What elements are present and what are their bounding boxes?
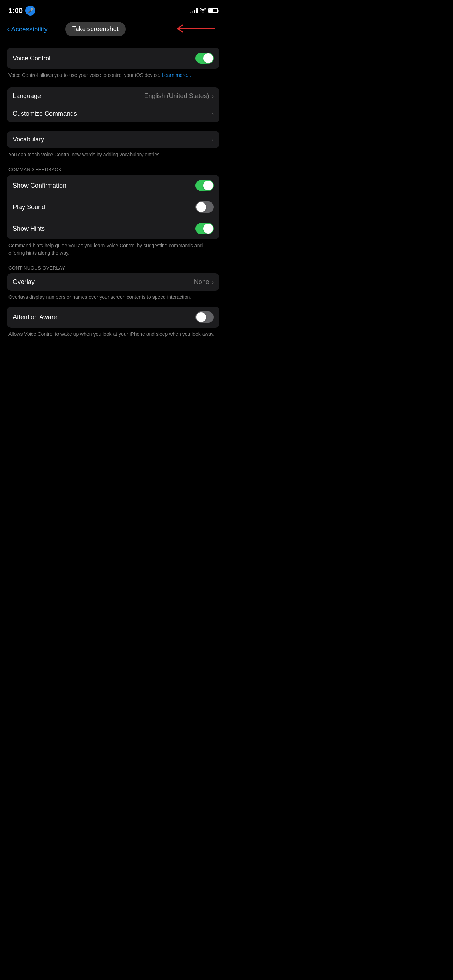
- play-sound-toggle[interactable]: [196, 201, 214, 213]
- show-hints-thumb: [203, 224, 213, 234]
- vocabulary-right: ›: [212, 137, 214, 143]
- vocabulary-label: Vocabulary: [13, 136, 44, 143]
- language-row[interactable]: Language English (United States) ›: [7, 88, 219, 105]
- show-confirmation-row[interactable]: Show Confirmation: [7, 175, 219, 196]
- vocabulary-section: Vocabulary › You can teach Voice Control…: [0, 131, 227, 158]
- language-right: English (United States) ›: [144, 92, 214, 100]
- voice-control-toggle[interactable]: [196, 52, 214, 64]
- battery-fill: [209, 9, 213, 12]
- voice-control-description: Voice Control allows you to use your voi…: [7, 69, 219, 79]
- status-right: [190, 8, 218, 14]
- language-label: Language: [13, 92, 41, 100]
- show-hints-toggle[interactable]: [196, 223, 214, 234]
- battery-icon: [208, 8, 218, 13]
- customize-right: ›: [212, 111, 214, 117]
- voice-control-row[interactable]: Voice Control: [7, 48, 219, 69]
- attention-aware-label: Attention Aware: [13, 313, 57, 321]
- overlay-desc-text: Overlays display numbers or names over y…: [8, 294, 191, 300]
- overlay-description: Overlays display numbers or names over y…: [7, 291, 219, 301]
- language-chevron: ›: [212, 93, 214, 99]
- overlay-chevron: ›: [212, 279, 214, 285]
- attention-aware-section: Attention Aware Allows Voice Control to …: [0, 307, 227, 348]
- command-feedback-card: Show Confirmation Play Sound Show Hints: [7, 175, 219, 239]
- signal-bar-2: [192, 11, 193, 13]
- arrow-annotation: [176, 22, 218, 37]
- show-confirmation-toggle[interactable]: [196, 180, 214, 191]
- overlay-label: Overlay: [13, 278, 35, 286]
- back-label: Accessibility: [11, 25, 47, 33]
- vocabulary-description: You can teach Voice Control new words by…: [7, 148, 219, 158]
- attention-aware-thumb: [196, 312, 206, 322]
- voice-control-desc-text: Voice Control allows you to use your voi…: [8, 72, 160, 78]
- continuous-overlay-label: CONTINUOUS OVERLAY: [7, 265, 219, 270]
- customize-chevron: ›: [212, 111, 214, 117]
- show-hints-row[interactable]: Show Hints: [7, 218, 219, 239]
- signal-bar-3: [194, 10, 196, 13]
- play-sound-label: Play Sound: [13, 204, 45, 211]
- continuous-overlay-section: CONTINUOUS OVERLAY Overlay None › Overla…: [0, 265, 227, 301]
- play-sound-thumb: [196, 202, 206, 212]
- nav-bar: ‹ Accessibility Take screenshot: [0, 19, 227, 39]
- attention-aware-description: Allows Voice Control to wake up when you…: [7, 328, 219, 348]
- voice-control-label: Voice Control: [13, 55, 51, 62]
- command-feedback-label: COMMAND FEEDBACK: [7, 167, 219, 172]
- vocabulary-chevron: ›: [212, 137, 214, 143]
- overlay-card: Overlay None ›: [7, 274, 219, 291]
- overlay-value: None: [194, 278, 209, 286]
- play-sound-row[interactable]: Play Sound: [7, 196, 219, 218]
- vocabulary-row[interactable]: Vocabulary ›: [7, 131, 219, 148]
- language-value: English (United States): [144, 92, 209, 100]
- show-hints-label: Show Hints: [13, 225, 45, 232]
- overlay-right: None ›: [194, 278, 214, 286]
- signal-bar-1: [190, 12, 191, 13]
- customize-commands-row[interactable]: Customize Commands ›: [7, 105, 219, 123]
- back-chevron-icon: ‹: [7, 24, 10, 33]
- voice-control-section: Voice Control Voice Control allows you t…: [0, 48, 227, 79]
- status-time: 1:00: [8, 7, 22, 15]
- command-feedback-description: Command hints help guide you as you lear…: [7, 239, 219, 257]
- back-button[interactable]: ‹ Accessibility: [7, 25, 48, 33]
- attention-aware-toggle[interactable]: [196, 312, 214, 323]
- language-card: Language English (United States) › Custo…: [7, 88, 219, 123]
- signal-bars: [190, 8, 197, 13]
- mic-icon: 🎤: [25, 6, 35, 16]
- command-feedback-desc-text: Command hints help guide you as you lear…: [8, 243, 202, 256]
- attention-aware-row[interactable]: Attention Aware: [7, 307, 219, 328]
- customize-commands-label: Customize Commands: [13, 110, 77, 118]
- attention-aware-desc-text: Allows Voice Control to wake up when you…: [8, 331, 215, 337]
- command-feedback-section: COMMAND FEEDBACK Show Confirmation Play …: [0, 167, 227, 257]
- status-bar: 1:00 🎤: [0, 0, 227, 19]
- screenshot-button[interactable]: Take screenshot: [65, 22, 126, 37]
- overlay-row[interactable]: Overlay None ›: [7, 274, 219, 291]
- voice-control-card: Voice Control: [7, 48, 219, 69]
- wifi-icon: [200, 8, 206, 14]
- learn-more-link[interactable]: Learn more...: [162, 72, 191, 78]
- show-confirmation-thumb: [203, 181, 213, 191]
- show-confirmation-label: Show Confirmation: [13, 182, 66, 189]
- attention-aware-card: Attention Aware: [7, 307, 219, 328]
- signal-bar-4: [196, 8, 197, 13]
- language-section: Language English (United States) › Custo…: [0, 88, 227, 123]
- voice-control-toggle-thumb: [203, 53, 213, 63]
- vocabulary-desc-text: You can teach Voice Control new words by…: [8, 152, 161, 158]
- vocabulary-card: Vocabulary ›: [7, 131, 219, 148]
